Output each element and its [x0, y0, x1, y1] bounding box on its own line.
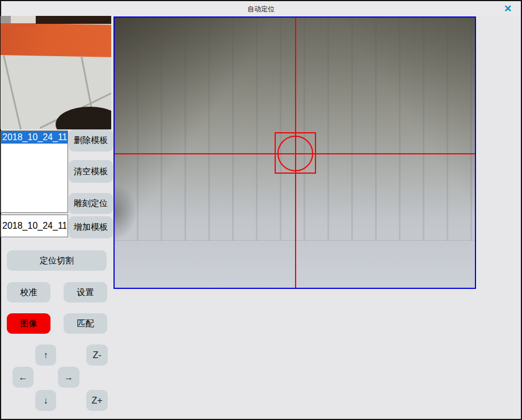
list-item[interactable]: 2018_10_24_11 — [1, 131, 68, 144]
jog-right-button[interactable]: → — [58, 367, 79, 388]
engrave-position-button[interactable]: 雕刻定位 — [69, 193, 113, 214]
window-title: 自动定位 — [1, 5, 521, 14]
template-thumbnail — [1, 16, 111, 129]
jog-up-button[interactable]: ↑ — [35, 345, 56, 366]
auto-position-window: 自动定位 ✕ 2018_10_24_11 删除模板 清空模板 雕刻定位 增加模板… — [0, 0, 522, 420]
camera-view — [113, 16, 476, 289]
clear-templates-button[interactable]: 清空模板 — [69, 160, 113, 183]
template-list[interactable]: 2018_10_24_11 — [1, 131, 68, 213]
image-button[interactable]: 图像 — [7, 313, 50, 334]
position-cut-button[interactable]: 定位切割 — [7, 250, 107, 271]
close-icon[interactable]: ✕ — [502, 3, 514, 15]
jog-z-minus-button[interactable]: Z- — [86, 345, 108, 366]
settings-button[interactable]: 设置 — [64, 282, 107, 303]
thumbnail-orange-board — [1, 23, 111, 57]
delete-template-button[interactable]: 删除模板 — [69, 129, 113, 152]
calibrate-button[interactable]: 校准 — [7, 282, 50, 303]
match-button[interactable]: 匹配 — [64, 313, 107, 334]
title-bar: 自动定位 ✕ — [1, 1, 521, 16]
jog-z-plus-button[interactable]: Z+ — [86, 390, 108, 411]
template-name-input[interactable] — [1, 215, 68, 237]
add-template-button[interactable]: 增加模板 — [69, 216, 113, 238]
match-region-circle — [277, 136, 313, 171]
jog-down-button[interactable]: ↓ — [35, 390, 56, 411]
jog-left-button[interactable]: ← — [12, 367, 33, 388]
